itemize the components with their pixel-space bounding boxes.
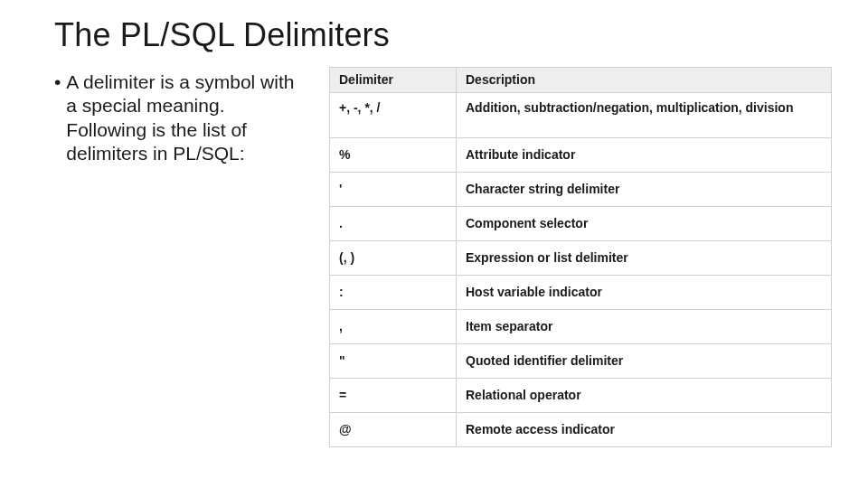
table-row: "Quoted identifier delimiter <box>330 343 832 378</box>
cell-description: Relational operator <box>457 378 832 412</box>
cell-description: Component selector <box>457 206 832 240</box>
bullet-text: A delimiter is a symbol with a special m… <box>66 70 307 165</box>
cell-description: Quoted identifier delimiter <box>457 343 832 378</box>
table-body: +, -, *, /Addition, subtraction/negation… <box>330 92 832 446</box>
table-header-row: Delimiter Description <box>330 68 832 93</box>
cell-delimiter: , <box>330 309 457 343</box>
cell-delimiter: ' <box>330 172 457 206</box>
cell-description: Host variable indicator <box>457 275 832 309</box>
bullet-item: • A delimiter is a symbol with a special… <box>54 70 307 165</box>
cell-delimiter: . <box>330 206 457 240</box>
table-row: :Host variable indicator <box>330 275 832 309</box>
table-row: @Remote access indicator <box>330 412 832 446</box>
page-title: The PL/SQL Delimiters <box>54 16 832 54</box>
cell-description: Expression or list delimiter <box>457 240 832 275</box>
cell-description: Item separator <box>457 309 832 343</box>
cell-delimiter: (, ) <box>330 240 457 275</box>
cell-description: Attribute indicator <box>457 137 832 172</box>
header-delimiter: Delimiter <box>330 68 457 93</box>
bullet-column: • A delimiter is a symbol with a special… <box>54 67 307 165</box>
bullet-marker: • <box>54 70 61 165</box>
delimiters-table: Delimiter Description +, -, *, /Addition… <box>329 67 832 447</box>
cell-description: Character string delimiter <box>457 172 832 206</box>
slide: The PL/SQL Delimiters • A delimiter is a… <box>0 0 868 465</box>
content-row: • A delimiter is a symbol with a special… <box>54 67 832 447</box>
cell-delimiter: +, -, *, / <box>330 92 457 137</box>
table-row: .Component selector <box>330 206 832 240</box>
cell-description: Remote access indicator <box>457 412 832 446</box>
table-row: %Attribute indicator <box>330 137 832 172</box>
cell-delimiter: % <box>330 137 457 172</box>
cell-delimiter: @ <box>330 412 457 446</box>
table-row: +, -, *, /Addition, subtraction/negation… <box>330 92 832 137</box>
header-description: Description <box>457 68 832 93</box>
table-row: (, )Expression or list delimiter <box>330 240 832 275</box>
cell-description: Addition, subtraction/negation, multipli… <box>457 92 832 137</box>
table-row: =Relational operator <box>330 378 832 412</box>
table-row: 'Character string delimiter <box>330 172 832 206</box>
cell-delimiter: = <box>330 378 457 412</box>
cell-delimiter: : <box>330 275 457 309</box>
cell-delimiter: " <box>330 343 457 378</box>
table-column: Delimiter Description +, -, *, /Addition… <box>329 67 832 447</box>
table-row: ,Item separator <box>330 309 832 343</box>
